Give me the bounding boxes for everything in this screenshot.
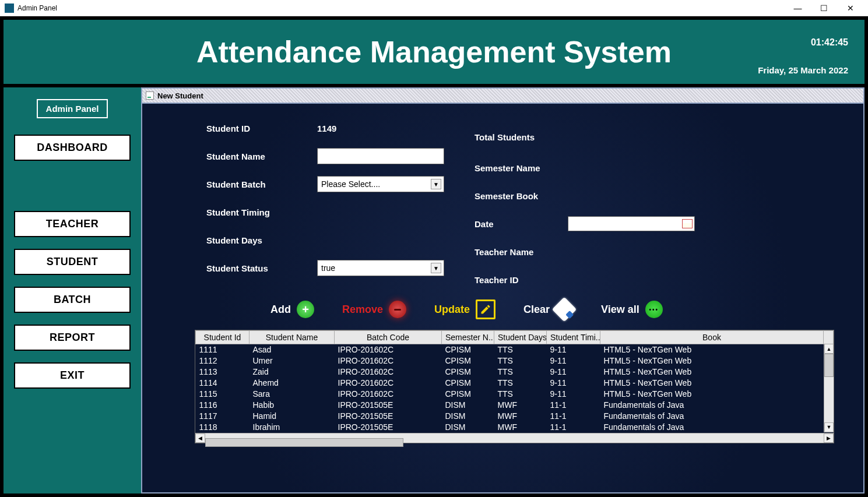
sidebar: Admin Panel DASHBOARD TEACHER STUDENT BA… [3, 87, 141, 494]
select-student-batch[interactable]: Please Select.... ▼ [317, 176, 444, 192]
table-row[interactable]: 1112UmerIPRO-201602CCPISMTTS9-11HTML5 - … [196, 355, 834, 366]
action-row: Add + Remove Update Clear [142, 294, 863, 330]
nav-student[interactable]: STUDENT [14, 249, 131, 275]
label-teacher-id: Teacher ID [475, 275, 568, 285]
remove-button[interactable]: Remove [342, 301, 406, 318]
input-date[interactable] [568, 216, 695, 231]
nav-label: STUDENT [47, 256, 99, 267]
table-cell: Umer [249, 355, 335, 366]
viewall-button[interactable]: View all ••• [601, 301, 663, 318]
table-cell: HTML5 - NexTGen Web [600, 344, 824, 355]
nav-batch[interactable]: BATCH [14, 287, 131, 313]
col-book[interactable]: Book [600, 331, 824, 344]
vertical-scrollbar[interactable]: ▲ ▼ [824, 344, 834, 432]
table-cell: DISM [442, 422, 494, 433]
add-button[interactable]: Add + [270, 301, 314, 318]
table-row[interactable]: 1111AsadIPRO-201602CCPISMTTS9-11HTML5 - … [196, 344, 834, 355]
table-row[interactable]: 1116HabibIPRO-201505EDISMMWF11-1Fundamen… [196, 400, 834, 411]
table-cell: HTML5 - NexTGen Web [600, 355, 824, 366]
table-header-row: Student Id Student Name Batch Code Semes… [196, 331, 834, 344]
pencil-icon [476, 299, 496, 319]
horizontal-scrollbar[interactable]: ◀ ▶ [195, 433, 834, 443]
minimize-button[interactable]: — [785, 0, 811, 16]
table-cell: Fundamentals of Java [600, 411, 824, 422]
maximize-button[interactable]: ☐ [811, 0, 837, 16]
scroll-right-icon[interactable]: ▶ [824, 433, 834, 443]
table-cell: CPISM [442, 344, 494, 355]
close-button[interactable]: ✕ [837, 0, 863, 16]
table-cell: 1111 [196, 344, 249, 355]
scroll-down-icon[interactable]: ▼ [824, 422, 834, 432]
col-student-name[interactable]: Student Name [249, 331, 335, 344]
app-icon [5, 3, 14, 13]
label-student-batch: Student Batch [206, 179, 317, 189]
table-cell: TTS [494, 389, 547, 400]
table-cell: CPISM [442, 378, 494, 389]
label-student-timing: Student Timing [206, 207, 317, 217]
table-cell: 9-11 [547, 378, 600, 389]
table-cell: 9-11 [547, 344, 600, 355]
table-cell: Sara [249, 389, 335, 400]
scroll-left-icon[interactable]: ◀ [195, 433, 205, 443]
window-title: Admin Panel [17, 4, 785, 12]
table-cell: 1116 [196, 400, 249, 411]
table-row[interactable]: 1115SaraIPRO-201602CCPISMTTS9-11HTML5 - … [196, 389, 834, 400]
student-table: Student Id Student Name Batch Code Semes… [195, 330, 834, 443]
table-cell: 11-1 [547, 422, 600, 433]
label-student-id: Student ID [206, 124, 317, 133]
table-cell: Fundamentals of Java [600, 400, 824, 411]
label-student-status: Student Status [206, 263, 317, 273]
table-cell: MWF [494, 411, 547, 422]
nav-label: BATCH [54, 294, 91, 305]
select-student-status[interactable]: true ▼ [317, 260, 444, 276]
app-title: Attendance Management System [196, 34, 672, 69]
table-row[interactable]: 1118IbrahimIPRO-201505EDISMMWF11-1Fundam… [196, 422, 834, 433]
nav-teacher[interactable]: TEACHER [14, 211, 131, 237]
table-cell: CPISM [442, 366, 494, 378]
col-semester-name[interactable]: Semester N... [442, 331, 494, 344]
col-student-timing[interactable]: Student Timi... [547, 331, 600, 344]
inner-title: New Student [157, 91, 203, 100]
table-cell: 1115 [196, 389, 249, 400]
maximize-icon: ☐ [820, 3, 828, 13]
table-cell: HTML5 - NexTGen Web [600, 378, 824, 389]
table-cell: Ahemd [249, 378, 335, 389]
table-row[interactable]: 1114AhemdIPRO-201602CCPISMTTS9-11HTML5 -… [196, 378, 834, 389]
table-cell: IPRO-201602C [335, 355, 442, 366]
scroll-thumb[interactable] [824, 354, 834, 377]
calendar-icon [682, 219, 693, 228]
table-cell: Fundamentals of Java [600, 422, 824, 433]
content-window: New Student Student ID 1149 Student Name [141, 87, 865, 494]
chevron-down-icon: ▼ [431, 263, 441, 273]
label-student-days: Student Days [206, 235, 317, 245]
scroll-thumb-h[interactable] [205, 438, 403, 447]
input-student-name[interactable] [317, 148, 444, 164]
col-batch-code[interactable]: Batch Code [335, 331, 442, 344]
scroll-up-icon[interactable]: ▲ [824, 344, 834, 354]
table-cell: 11-1 [547, 400, 600, 411]
table-cell: IPRO-201602C [335, 366, 442, 378]
nav-dashboard[interactable]: DASHBOARD [14, 135, 131, 161]
clear-label: Clear [523, 304, 550, 316]
update-button[interactable]: Update [434, 299, 496, 319]
minus-icon [389, 301, 406, 318]
table-cell: TTS [494, 366, 547, 378]
table-cell: DISM [442, 411, 494, 422]
chevron-down-icon: ▼ [431, 179, 441, 189]
clock-date: Friday, 25 March 2022 [758, 65, 848, 75]
nav-exit[interactable]: EXIT [14, 362, 131, 389]
value-student-id: 1149 [317, 124, 336, 133]
table-cell: 1114 [196, 378, 249, 389]
table-cell: Ibrahim [249, 422, 335, 433]
minimize-icon: — [794, 3, 802, 13]
table-cell: 9-11 [547, 366, 600, 378]
table-row[interactable]: 1117HamidIPRO-201505EDISMMWF11-1Fundamen… [196, 411, 834, 422]
table-cell: 11-1 [547, 411, 600, 422]
col-student-id[interactable]: Student Id [196, 331, 249, 344]
col-student-days[interactable]: Student Days [494, 331, 547, 344]
close-icon: ✕ [847, 3, 854, 13]
table-row[interactable]: 1113ZaidIPRO-201602CCPISMTTS9-11HTML5 - … [196, 366, 834, 378]
document-icon [146, 91, 154, 100]
nav-report[interactable]: REPORT [14, 325, 131, 351]
clear-button[interactable]: Clear [523, 301, 573, 318]
